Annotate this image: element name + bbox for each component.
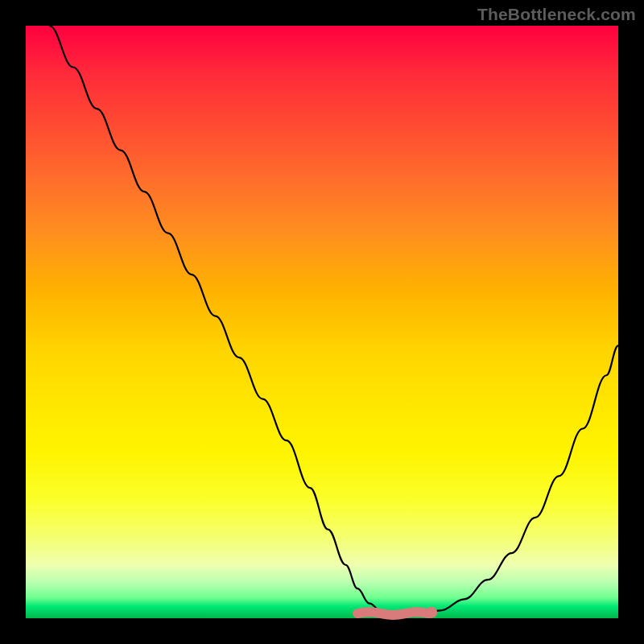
chart-frame: TheBottleneck.com xyxy=(0,0,644,644)
watermark-text: TheBottleneck.com xyxy=(477,5,636,24)
plot-area xyxy=(26,26,618,618)
